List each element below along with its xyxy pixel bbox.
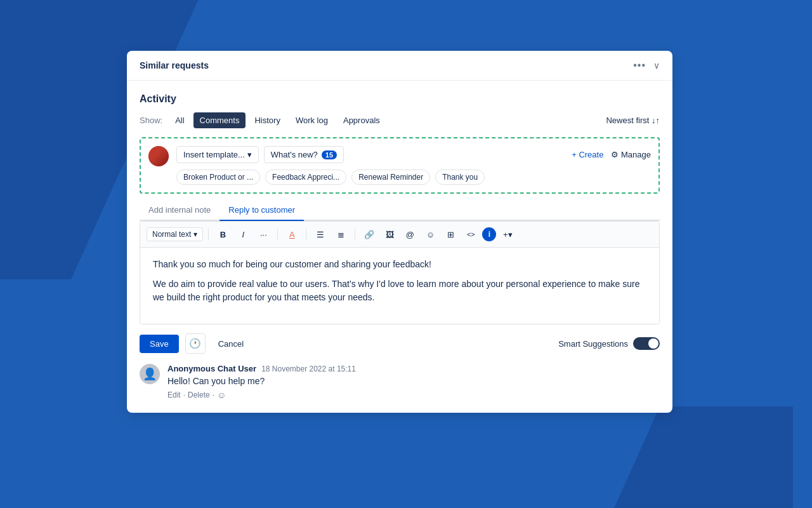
bullet-list-button[interactable]: ☰: [311, 225, 329, 243]
more-tools-button[interactable]: +▾: [499, 225, 516, 243]
comment-avatar: 👤: [140, 364, 160, 384]
activity-tabs-row: Show: All Comments History Work log Appr…: [140, 112, 660, 128]
similar-requests-title: Similar requests: [140, 60, 209, 70]
info-button[interactable]: i: [482, 227, 496, 241]
dropdown-arrow-icon: ▾: [247, 150, 252, 159]
toolbar-separator-2: [277, 229, 278, 240]
ordered-list-button[interactable]: ≣: [332, 225, 350, 243]
template-chips: Broken Product or ... Feedback Appreci..…: [176, 170, 651, 185]
code-button[interactable]: <>: [462, 225, 480, 243]
editor-body[interactable]: Thank you so much for being our customer…: [140, 248, 659, 324]
format-label: Normal text: [152, 230, 191, 239]
comment-header: Anonymous Chat User 18 November 2022 at …: [167, 364, 660, 373]
format-selector[interactable]: Normal text ▾: [147, 227, 203, 241]
template-right-actions: + Create ⚙ Manage: [572, 150, 651, 159]
person-icon: 👤: [143, 367, 157, 381]
delete-comment-link[interactable]: Delete: [188, 391, 210, 399]
smart-suggestions-label: Smart Suggestions: [558, 339, 628, 349]
similar-requests-actions: ••• ∨: [633, 60, 660, 71]
text-color-button[interactable]: A: [283, 225, 301, 243]
comment-section: 👤 Anonymous Chat User 18 November 2022 a…: [127, 364, 672, 413]
tab-approvals[interactable]: Approvals: [337, 112, 386, 128]
editor-line-2: We do aim to provide real value to our u…: [153, 277, 646, 304]
create-button[interactable]: + Create: [572, 150, 603, 159]
editor-container: Normal text ▾ B I ··· A ☰ ≣ 🔗 🖼 @ ☺ ⊞ <>: [140, 221, 660, 324]
editor-toolbar: Normal text ▾ B I ··· A ☰ ≣ 🔗 🖼 @ ☺ ⊞ <>: [140, 222, 659, 248]
similar-requests-bar: Similar requests ••• ∨: [127, 51, 672, 81]
comment-body: Anonymous Chat User 18 November 2022 at …: [167, 364, 660, 400]
whats-new-badge: 15: [322, 150, 337, 159]
note-tabs: Add internal note Reply to customer: [140, 200, 660, 221]
react-emoji-button[interactable]: ☺: [217, 390, 226, 400]
tab-work-log[interactable]: Work log: [289, 112, 334, 128]
chip-renewal[interactable]: Renewal Reminder: [351, 170, 430, 185]
activity-title: Activity: [140, 93, 660, 105]
more-options-icon[interactable]: •••: [633, 60, 646, 71]
comment-item: 👤 Anonymous Chat User 18 November 2022 a…: [140, 364, 660, 400]
toggle-x-icon: ✕: [653, 340, 658, 347]
bold-button[interactable]: B: [214, 225, 232, 243]
toolbar-separator-4: [355, 229, 355, 240]
collapse-icon[interactable]: ∨: [653, 60, 660, 70]
chip-feedback[interactable]: Feedback Appreci...: [265, 170, 346, 185]
tab-comments[interactable]: Comments: [193, 112, 246, 128]
toolbar-separator-3: [306, 229, 306, 240]
show-label: Show:: [140, 116, 162, 125]
smart-suggestions-toggle-area: Smart Suggestions ✕: [558, 337, 660, 350]
whats-new-button[interactable]: What's new? 15: [264, 146, 344, 163]
link-button[interactable]: 🔗: [360, 225, 378, 243]
edit-comment-link[interactable]: Edit: [167, 391, 181, 399]
more-format-button[interactable]: ···: [254, 225, 272, 243]
template-controls: Insert template... ▾ What's new? 15 + Cr…: [176, 146, 651, 185]
insert-template-button[interactable]: Insert template... ▾: [176, 146, 259, 163]
emoji-picker-button[interactable]: ☺: [421, 225, 439, 243]
comment-author: Anonymous Chat User: [167, 364, 256, 373]
cancel-button[interactable]: Cancel: [212, 335, 250, 353]
comment-actions: Edit · Delete · ☺: [167, 390, 660, 400]
editor-line-1: Thank you so much for being our customer…: [153, 258, 646, 271]
chip-broken-product[interactable]: Broken Product or ...: [176, 170, 260, 185]
schedule-button[interactable]: 🕐: [185, 333, 206, 354]
avatar-image: [148, 146, 169, 166]
sort-button[interactable]: Newest first ↓↑: [606, 116, 660, 125]
chip-thank-you[interactable]: Thank you: [435, 170, 485, 185]
action-row: Save 🕐 Cancel Smart Suggestions ✕: [140, 333, 660, 364]
whats-new-label: What's new?: [271, 150, 318, 159]
activity-section: Activity Show: All Comments History Work…: [127, 81, 672, 364]
template-top-row: Insert template... ▾ What's new? 15 + Cr…: [176, 146, 651, 163]
avatar-template-row: Insert template... ▾ What's new? 15 + Cr…: [148, 146, 651, 185]
image-button[interactable]: 🖼: [381, 225, 398, 243]
avatar: [148, 146, 169, 166]
tab-internal-note[interactable]: Add internal note: [140, 200, 219, 221]
comment-text: Hello! Can you help me?: [167, 376, 660, 386]
toolbar-separator-1: [208, 229, 209, 240]
comment-timestamp: 18 November 2022 at 15:11: [261, 364, 356, 373]
manage-button[interactable]: ⚙ Manage: [611, 150, 651, 159]
tab-all[interactable]: All: [169, 112, 190, 128]
save-button[interactable]: Save: [140, 335, 179, 353]
smart-suggestions-toggle[interactable]: ✕: [633, 337, 660, 350]
tab-history[interactable]: History: [248, 112, 286, 128]
template-area: Insert template... ▾ What's new? 15 + Cr…: [140, 137, 660, 194]
mention-button[interactable]: @: [401, 225, 419, 243]
format-arrow-icon: ▾: [193, 230, 197, 239]
italic-button[interactable]: I: [234, 225, 252, 243]
table-button[interactable]: ⊞: [442, 225, 459, 243]
insert-template-label: Insert template...: [183, 150, 245, 159]
tab-reply-customer[interactable]: Reply to customer: [219, 200, 304, 221]
